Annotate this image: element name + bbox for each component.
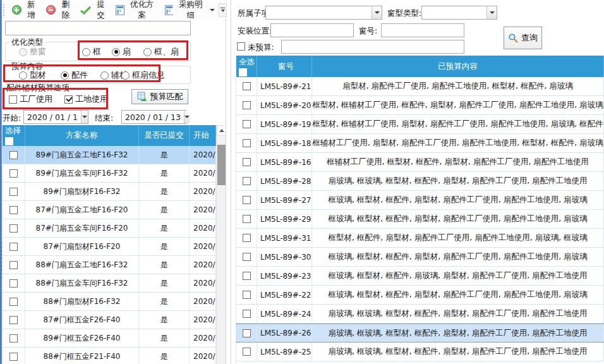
window-type-dropdown-button[interactable] xyxy=(486,6,497,19)
row-checkbox[interactable] xyxy=(9,279,18,288)
row-checkbox[interactable] xyxy=(243,120,251,128)
not-budgeted-checkbox[interactable] xyxy=(237,42,245,51)
plan-name-column-header[interactable]: 方案名称 xyxy=(25,125,139,146)
row-checkbox[interactable] xyxy=(243,177,251,185)
row-checkbox[interactable] xyxy=(9,224,18,233)
row-checkbox[interactable] xyxy=(9,353,18,361)
plan-table-row[interactable]: 88#门扇五金车间F16-F32 是 2020/0 xyxy=(3,274,216,293)
row-checkbox[interactable] xyxy=(243,329,251,337)
window-table-row[interactable]: LM5L-89#-27F25 框玻璃, 框型材, 框配件, 扇型材, 扇配件工厂… xyxy=(236,191,604,210)
window-no-column-header[interactable]: 窗号 xyxy=(257,56,312,77)
plan-table-row[interactable]: 88#门扇型材F16-F32 是 2020/0 xyxy=(3,293,216,311)
scrollbar-thumb[interactable] xyxy=(217,145,226,185)
window-table-row[interactable]: LM5L-89#-31F29 框型材, 框配件, 扇型材, 扇配件工厂使用, 扇… xyxy=(236,229,604,248)
window-table-row[interactable]: LM5L-89#-16F15 框辅材工厂使用, 框型材, 框配件, 扇型材, 扇… xyxy=(236,153,604,172)
select-all-checkbox[interactable] xyxy=(239,68,247,76)
toolbar-overflow-button[interactable] xyxy=(219,3,227,17)
checkbox-site-use[interactable]: 工地使用 xyxy=(64,94,108,105)
window-table-row[interactable]: LM5L-89#-24F22 扇玻璃, 框玻璃, 框型材, 框配件, 扇型材, … xyxy=(236,305,604,324)
install-position-input[interactable] xyxy=(270,23,354,37)
row-select-cell xyxy=(3,238,25,255)
row-checkbox[interactable] xyxy=(9,151,18,159)
window-table-row[interactable]: LM5L-89#-30F28 框玻璃, 框型材, 框配件, 扇型材, 扇配件工厂… xyxy=(236,248,604,267)
start-date-picker[interactable]: 2020 / 01 / 1 xyxy=(23,110,88,124)
radio-frame[interactable]: 框 xyxy=(82,46,101,58)
window-table-row[interactable]: LM5L-89#-19F17 框型材, 框辅材工厂使用, 扇型材, 扇配件工厂使… xyxy=(236,115,604,134)
plan-table-row[interactable]: 89#门扇五金车间F16-F32 是 2020/0 xyxy=(3,164,216,183)
row-checkbox[interactable] xyxy=(243,82,251,90)
radio-profile[interactable]: 型材 xyxy=(19,70,46,81)
purchase-detail-button[interactable]: 采购明细 xyxy=(161,0,219,23)
row-checkbox[interactable] xyxy=(9,334,18,343)
radio-frame-sash-info[interactable]: 框扇信息 xyxy=(121,70,165,81)
plan-table-row[interactable]: 87#门扇五金工地F16-F20 是 2020/0 xyxy=(3,201,216,219)
plan-table-row[interactable]: 89#门扇五金工地F16-F32 是 2020/0 xyxy=(3,146,216,164)
window-table-row[interactable]: LM5L-89#-18F16 框辅材工厂使用, 扇型材, 扇配件工厂使用, 扇配… xyxy=(236,134,604,153)
row-checkbox[interactable] xyxy=(243,291,251,299)
window-type-combobox[interactable] xyxy=(421,6,497,20)
window-table-row[interactable]: LM5L-89#-29F27 框玻璃, 框型材, 框配件, 扇型材, 扇配件工厂… xyxy=(236,210,604,229)
row-checkbox[interactable] xyxy=(243,253,251,261)
row-checkbox[interactable] xyxy=(9,261,18,269)
window-no-input[interactable] xyxy=(381,23,464,37)
radio-accessory[interactable]: 配件 xyxy=(61,70,88,81)
window-table-row[interactable]: LM5L-89#-22F20 框玻璃, 框型材, 框配件, 扇型材, 扇配件工厂… xyxy=(236,286,604,305)
row-checkbox[interactable] xyxy=(9,243,18,251)
add-button[interactable]: 新增 xyxy=(8,0,42,23)
row-checkbox[interactable] xyxy=(243,348,251,356)
budget-match-button[interactable]: 预算匹配 xyxy=(131,89,188,104)
end-date-dropdown-button[interactable] xyxy=(184,111,190,123)
row-checkbox[interactable] xyxy=(243,158,251,166)
select-all-checkbox[interactable] xyxy=(5,137,13,145)
submitted-column-header[interactable]: 是否已提交 xyxy=(139,125,190,146)
window-table-row[interactable]: LM5L-89#-20F18 框型材, 框辅材工厂使用, 框配件, 扇型材, 扇… xyxy=(236,96,604,115)
plan-table-scrollbar[interactable] xyxy=(216,125,226,364)
budgeted-content-column-header[interactable]: 已预算内容 xyxy=(312,56,604,77)
row-checkbox[interactable] xyxy=(243,101,251,109)
not-budgeted-input[interactable] xyxy=(281,40,464,54)
row-checkbox[interactable] xyxy=(243,272,251,280)
row-checkbox[interactable] xyxy=(243,196,251,204)
window-table-row[interactable]: LM5L-89#-21F19 扇型材, 扇配件工厂使用, 扇配件工地使用, 框型… xyxy=(236,77,604,96)
sub-item-combobox[interactable] xyxy=(265,6,382,20)
start-date-dropdown-button[interactable] xyxy=(81,111,88,123)
query-button[interactable]: 查询 xyxy=(504,27,542,49)
start-date-cell: 2020/0 xyxy=(190,329,216,347)
plan-table-row[interactable]: 87#门框五金F26-F40 是 2020/0 xyxy=(3,311,216,329)
plan-name-cell: 87#门扇五金工地F16-F20 xyxy=(25,201,139,219)
window-table-row[interactable]: LM5L-89#-28F26 扇玻璃, 框玻璃, 框型材, 框配件, 扇型材, … xyxy=(236,172,604,191)
row-checkbox[interactable] xyxy=(9,169,18,178)
row-checkbox[interactable] xyxy=(243,139,251,147)
window-table-row[interactable]: LM5L-89#-26F24 扇玻璃, 框玻璃, 框型材, 框配件, 扇型材, … xyxy=(236,324,604,343)
plan-table-row[interactable]: 88#门扇五金工地F16-F32 是 2020/0 xyxy=(3,256,216,274)
row-checkbox[interactable] xyxy=(9,188,18,196)
budgeted-content-cell: 框型材, 框配件, 扇型材, 扇配件工厂使用, 扇配件工地使用, 扇玻璃, 框玻… xyxy=(312,229,604,247)
window-no-cell: LM5L-89#-21F19 xyxy=(257,77,312,95)
window-table-row[interactable]: LM5L-89#-25F23 扇玻璃, 框玻璃, 框型材, 框配件, 扇型材, … xyxy=(236,343,604,361)
plan-table-row[interactable]: 87#门扇型材F16-F20 是 2020/0 xyxy=(3,238,216,256)
row-checkbox[interactable] xyxy=(243,234,251,242)
row-select-cell xyxy=(236,96,257,114)
scroll-up-button[interactable] xyxy=(217,125,226,136)
start-column-header[interactable]: 开始 xyxy=(190,125,216,146)
radio-whole-window[interactable]: 整窗 xyxy=(19,46,46,58)
row-checkbox[interactable] xyxy=(9,316,18,324)
radio-sash[interactable]: 扇 xyxy=(112,46,131,58)
plan-table-row[interactable]: 88#门框五金F21-F40 是 2020/0 xyxy=(3,348,216,364)
row-checkbox[interactable] xyxy=(9,206,18,214)
sub-item-dropdown-button[interactable] xyxy=(371,6,382,19)
submit-button[interactable]: 提交 xyxy=(76,0,112,23)
window-table-row[interactable]: LM5L-89#-23F21 框玻璃, 框型材, 框配件, 扇玻璃, 扇型材, … xyxy=(236,267,604,286)
checkbox-factory-use[interactable]: 工厂使用 xyxy=(9,94,52,105)
plan-table-row[interactable]: 89#门框五金F26-F40 是 2020/0 xyxy=(3,329,216,348)
plan-table-row[interactable]: 89#门扇型材F16-F32 是 2020/0 xyxy=(3,183,216,201)
radio-frame-sash[interactable]: 框、扇 xyxy=(143,46,179,58)
row-checkbox[interactable] xyxy=(9,298,18,306)
delete-button[interactable]: 删除 xyxy=(42,0,76,23)
plan-table-row[interactable]: 87#门扇五金车间F16-F20 是 2020/0 xyxy=(3,219,216,238)
optimize-plan-button[interactable]: 优化方案 xyxy=(112,0,160,23)
row-checkbox[interactable] xyxy=(243,310,251,318)
row-checkbox[interactable] xyxy=(243,215,251,223)
plan-filter-input[interactable] xyxy=(5,21,191,35)
end-date-picker[interactable]: 2020 / 01 / 13 xyxy=(121,110,186,124)
